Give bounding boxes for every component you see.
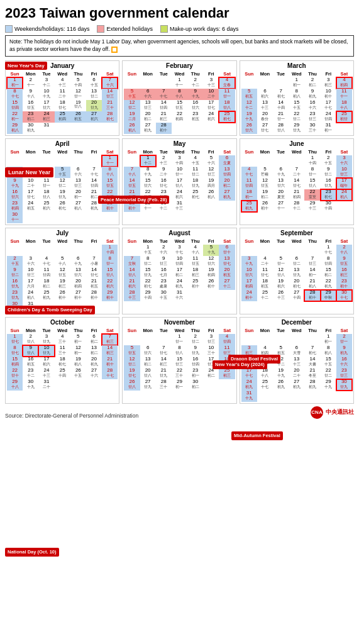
jun-header-sun: Sun	[241, 148, 257, 155]
nov-day-7: 7廿七	[156, 345, 172, 357]
may-day-12: 12廿三	[203, 167, 219, 178]
jul-header-mon: Mon	[23, 238, 38, 245]
oct-day-27: 27十六	[86, 368, 102, 379]
apr-day-8: 8十八	[102, 167, 118, 178]
apr-header-wed: Wed	[55, 148, 70, 155]
aug-day-25: 25初十	[187, 279, 203, 290]
nov-day-29: 29初一	[172, 379, 187, 391]
jan-day-9: 9十八	[23, 89, 38, 100]
dec-day-24: 24初九	[241, 379, 257, 391]
dec-day-15: 15十五	[321, 357, 336, 368]
month-march: March Sun Mon Tue Wed Thu Fri Sat	[240, 60, 354, 136]
nov-day-23: 23初一	[187, 368, 203, 379]
nov-day-30: 30初二	[187, 379, 203, 391]
oct-day-3: 3廿九	[38, 334, 54, 345]
aug-day-28: 28十三	[124, 290, 140, 301]
annotation-new-years-2024: New Year's Day (2024)	[213, 360, 267, 369]
apr-empty6	[86, 155, 102, 167]
aug-day-22: 22初七	[140, 279, 156, 290]
jun-day-27: 27十一	[273, 201, 289, 212]
may-empty1	[124, 155, 140, 167]
mar-header-tue: Tue	[273, 70, 289, 77]
mar-day-29: 29廿九	[289, 123, 304, 134]
oct-empty-end	[55, 379, 70, 391]
jul-day-28: 28初十	[86, 290, 102, 301]
oct-day-13: 13初二	[86, 345, 102, 357]
may-day-14: 14廿五	[124, 178, 140, 189]
may-empty-end2	[203, 201, 219, 212]
may-day-1: 1十二	[140, 155, 156, 167]
oct-day-25: 25十四	[55, 368, 70, 379]
jan-empty-1	[55, 123, 70, 134]
jan-day-5: 5十四	[70, 77, 86, 89]
nov-day-22: 22三十	[172, 368, 187, 379]
jun-day-8: 8廿一	[304, 167, 320, 178]
dec-day-23: 23廿三	[336, 368, 352, 379]
feb-day-15: 15廿五	[172, 100, 187, 111]
nov-day-25: 25初三	[219, 368, 235, 379]
sep-day-20: 20初七	[289, 279, 304, 290]
dec-header-wed: Wed	[289, 327, 304, 334]
mar-day-31: 31初一	[321, 123, 336, 134]
jan-day-7: 7十六	[102, 77, 118, 89]
may-day-27: 27初九	[219, 189, 235, 201]
jun-day-10: 10廿三	[336, 167, 352, 178]
mar-empty2	[257, 77, 273, 89]
jan-day-8: 8十七	[7, 89, 23, 100]
note-text: Note: The holidays do not include May 1 …	[9, 38, 348, 52]
apr-day-27: 27初八	[70, 201, 86, 212]
jan-day-16: 16廿五	[23, 100, 38, 111]
aug-day-1: 1十五	[140, 245, 156, 256]
oct-empty-end4	[102, 379, 118, 391]
nov-empty2	[140, 334, 156, 345]
feb-day-12: 12廿二	[124, 100, 140, 111]
february-title: February	[124, 62, 235, 69]
sep-day-1: 1十七	[321, 245, 336, 256]
nov-day-9: 9廿九	[187, 345, 203, 357]
dec-empty-end4	[304, 391, 320, 402]
dec-day-31: 31十九	[241, 391, 257, 402]
apr-day-14: 14廿四	[86, 178, 102, 189]
aug-day-21: 21初六	[124, 279, 140, 290]
legend: Weekends/holidays: 116 days Extended hol…	[5, 25, 354, 33]
nov-day-2: 2廿二	[187, 334, 203, 345]
mar-day-28: 28廿八	[273, 123, 289, 134]
sep-day-21: 21初八	[304, 279, 320, 290]
aug-day-24: 24初九	[172, 279, 187, 290]
aug-day-23: 23處暑	[156, 279, 172, 290]
aug-empty1	[124, 245, 140, 256]
nov-day-13: 13初二	[140, 357, 156, 368]
sep-day-11: 11廿七	[257, 267, 273, 279]
nov-day-14: 14初三	[156, 357, 172, 368]
may-day-6: 6立夏	[219, 155, 235, 167]
sep-day-27: 27十四	[289, 290, 304, 301]
nov-day-10: 10三十	[203, 345, 219, 357]
jan-day-20: 20廿九	[86, 100, 102, 111]
jul-day-22: 22初六	[102, 279, 118, 290]
mar-day-22: 22廿二	[289, 111, 304, 123]
jun-day-13: 13廿六	[273, 178, 289, 189]
jun-day-4: 4十七	[241, 167, 257, 178]
jan-day-17: 17廿六	[38, 100, 54, 111]
dec-day-8: 8初八	[321, 345, 336, 357]
mar-header-mon: Mon	[257, 70, 273, 77]
jul-empty3	[38, 245, 54, 256]
aug-empty-end2	[203, 290, 219, 301]
may-day-18: 18廿九	[187, 178, 203, 189]
apr-day-6: 6十六	[70, 167, 86, 178]
note-box: Note: The holidays do not include May 1 …	[5, 35, 354, 57]
dec-day-7: 7初七	[304, 345, 320, 357]
jun-day-14: 14廿七	[289, 178, 304, 189]
jun-day-5: 5芒種	[257, 167, 273, 178]
oct-day-5: 5初一	[70, 334, 86, 345]
nov-day-19: 19廿七	[124, 368, 140, 379]
dec-day-14: 14大書	[304, 357, 320, 368]
jul-day-14: 14廿七	[86, 267, 102, 279]
oct-day-14: 14初三	[102, 345, 118, 357]
feb-empty-end2	[187, 123, 203, 134]
may-day-19: 19四月	[203, 178, 219, 189]
jan-day-18: 18廿七	[55, 100, 70, 111]
dec-empty3	[273, 334, 289, 345]
dec-empty-end6	[336, 391, 352, 402]
apr-empty-end4	[70, 212, 86, 223]
